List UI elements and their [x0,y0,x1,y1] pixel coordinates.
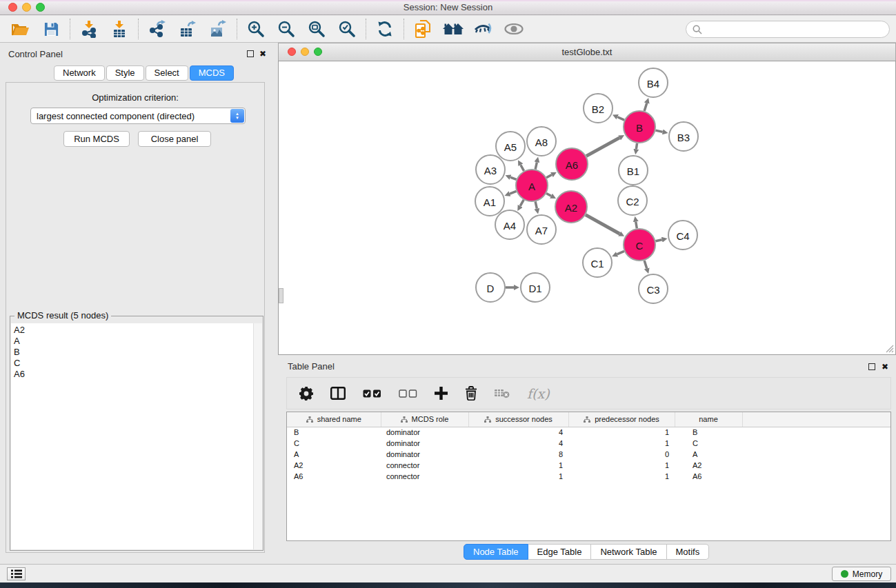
network-close-button[interactable] [288,48,296,56]
edge-C-C3[interactable] [644,261,647,269]
node-A[interactable]: A [516,170,548,201]
edge-A-A3[interactable] [510,177,517,179]
result-item[interactable]: A2 [14,325,253,336]
edge-B-B4[interactable] [644,103,647,112]
result-item[interactable]: A6 [14,369,253,380]
memory-button[interactable]: Memory [832,567,891,581]
tab-network[interactable]: Network [54,65,105,81]
deselect-all-button[interactable] [399,389,417,398]
tab-mcds[interactable]: MCDS [190,65,234,81]
edge-C-C4[interactable] [655,240,661,241]
node-D1[interactable]: D1 [521,273,550,302]
search-input[interactable] [702,23,889,35]
edge-A-A1[interactable] [510,191,517,194]
network-zoom-button[interactable] [314,48,322,56]
node-C2[interactable]: C2 [618,186,647,215]
node-B[interactable]: B [624,111,655,143]
edge-B-B3[interactable] [655,130,662,132]
table-panel-close-button[interactable]: ✖ [882,363,888,371]
control-panel-float-button[interactable] [247,50,254,57]
tab-style[interactable]: Style [106,65,144,81]
save-session-button[interactable] [36,17,66,41]
export-network-button[interactable] [142,17,172,41]
node-C4[interactable]: C4 [668,221,697,250]
refresh-button[interactable] [370,17,400,41]
edge-C-C1[interactable] [617,251,624,254]
import-network-button[interactable] [74,17,104,41]
select-all-button[interactable] [363,389,381,398]
node-table[interactable]: shared nameMCDS rolesuccessor nodesprede… [286,412,891,541]
edge-A-A8[interactable] [535,162,537,169]
zoom-selected-button[interactable] [332,17,362,41]
tab-motifs[interactable]: Motifs [667,544,710,560]
edge-A-A5[interactable] [521,165,524,171]
table-row[interactable]: A6connector11A6 [287,471,890,482]
edge-A6-B[interactable] [586,138,619,156]
network-window-titlebar[interactable]: testGlobe.txt [278,43,896,61]
node-A3[interactable]: A3 [476,155,505,184]
edge-B-B1[interactable] [636,143,637,150]
import-table-button[interactable] [104,17,135,41]
node-C[interactable]: C [624,229,655,261]
edge-A-A2[interactable] [546,193,551,196]
column-header-name[interactable]: name [675,412,742,427]
edge-A2-C[interactable] [586,215,619,234]
node-A7[interactable]: A7 [527,215,556,244]
node-B3[interactable]: B3 [669,122,698,151]
mcds-result-list[interactable]: A2ABCA6 [11,323,253,549]
function-builder-button[interactable]: f(x) [527,386,550,401]
result-scrollbar[interactable] [253,323,262,549]
node-A6[interactable]: A6 [556,148,588,180]
close-panel-button[interactable]: Close panel [138,131,211,147]
hide-selected-button[interactable] [468,17,499,41]
node-D[interactable]: D [476,273,505,302]
zoom-out-button[interactable] [271,17,301,41]
run-mcds-button[interactable]: Run MCDS [63,131,130,147]
show-columns-button[interactable] [330,387,346,400]
table-row[interactable]: Adominator80A [287,449,890,460]
tab-node-table[interactable]: Node Table [464,544,528,560]
home-button[interactable] [438,17,468,41]
delete-column-button[interactable] [465,386,477,401]
close-window-button[interactable] [8,3,17,12]
table-settings-button[interactable] [299,387,313,401]
column-header-shared-name[interactable]: shared name [287,412,381,427]
result-item[interactable]: B [14,347,253,358]
node-B1[interactable]: B1 [619,156,648,185]
tab-edge-table[interactable]: Edge Table [528,544,592,560]
node-C1[interactable]: C1 [583,248,612,277]
node-C3[interactable]: C3 [639,274,668,303]
table-row[interactable]: Bdominator41B [287,427,890,438]
result-item[interactable]: A [14,336,253,347]
node-A2[interactable]: A2 [555,191,587,223]
node-A8[interactable]: A8 [527,127,556,156]
table-row[interactable]: Cdominator41C [287,438,890,449]
network-minimize-button[interactable] [301,48,309,56]
edge-B-B2[interactable] [617,117,624,120]
tab-select[interactable]: Select [146,65,188,81]
edge-A-A7[interactable] [535,201,537,208]
column-header-successor-nodes[interactable]: successor nodes [468,412,568,427]
node-A4[interactable]: A4 [495,210,524,239]
criterion-dropdown[interactable]: largest connected component (directed) ▲… [30,108,246,124]
network-canvas[interactable]: B4B2BB3A8A5A6B1A3AC2A1A2A4A7C4CC1C3DD1 [278,61,896,355]
export-table-button[interactable] [172,17,203,41]
column-header-predecessor-nodes[interactable]: predecessor nodes [568,412,675,427]
tab-network-table[interactable]: Network Table [591,544,666,560]
export-image-button[interactable] [203,17,233,41]
node-A5[interactable]: A5 [496,132,525,161]
edge-A-A6[interactable] [546,175,552,178]
zoom-in-button[interactable] [241,17,271,41]
network-graph[interactable]: B4B2BB3A8A5A6B1A3AC2A1A2A4A7C4CC1C3DD1 [279,61,895,354]
control-panel-close-button[interactable]: ✖ [259,50,266,58]
column-header-MCDS-role[interactable]: MCDS role [381,412,468,427]
edge-C-C2[interactable] [636,222,637,229]
delete-table-button[interactable] [495,388,510,398]
add-column-button[interactable] [435,387,448,400]
table-panel-float-button[interactable] [868,363,875,370]
zoom-fit-button[interactable] [301,17,332,41]
node-A1[interactable]: A1 [475,187,504,216]
table-row[interactable]: A2connector11A2 [287,460,890,471]
zoom-window-button[interactable] [36,3,45,12]
resize-handle[interactable] [884,343,894,353]
